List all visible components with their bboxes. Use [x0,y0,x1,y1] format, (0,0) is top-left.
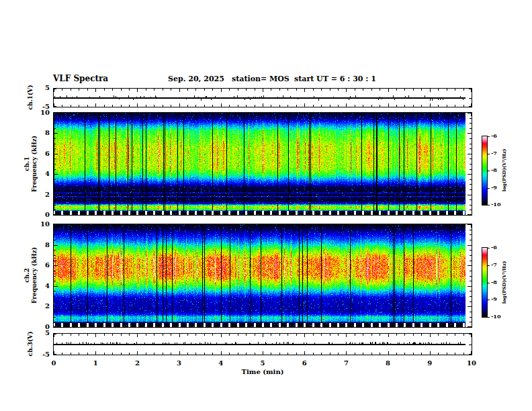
colorbar-tick-mark [487,248,490,248]
x-tick-label: 3 [171,359,187,367]
y-tick-label: 4 [35,170,50,177]
colorbar-tick-label: -6 [491,244,507,250]
y-tick-label: 2 [35,191,50,198]
vlf-spectra-figure: VLF Spectra Sep. 20, 2025 station= MOS s… [0,0,532,411]
x-tick-label: 5 [255,359,271,367]
y-axis-label-ch1-line2: Frequency (kHz) [31,110,38,218]
y-tick-label: 8 [35,241,50,248]
spectrogram-panel-ch2 [53,224,472,328]
x-axis-label: Time (min) [209,368,316,375]
y-axis-label-ch2-frequency: ch.2 Frequency (kHz) [24,222,38,329]
date-label: Sep. 20, 2025 [168,75,224,83]
x-tick-label: 9 [422,359,438,367]
colorbar-ch1-gradient [482,136,487,205]
spectrogram-panel-ch1 [53,112,472,216]
y-axis-label-ch1-frequency: ch.1 Frequency (kHz) [24,110,38,218]
colorbar-tick-mark [487,188,490,189]
y-tick-label: 10 [35,220,50,228]
colorbar-tick-mark [487,265,490,266]
colorbar-tick-label: -8 [491,167,507,173]
y-tick-label: 6 [35,261,50,269]
colorbar-tick-mark [487,283,490,283]
y-tick-label: -5 [35,103,50,110]
colorbar-tick-mark [487,317,490,318]
colorbar-tick-label: -8 [491,279,507,285]
colorbar-tick-label: -10 [491,314,507,320]
x-tick-label: 6 [296,359,312,367]
colorbar-tick-mark [487,300,490,300]
colorbar-tick-label: -9 [491,185,507,191]
x-tick-label: 10 [463,359,480,367]
waveform-panel-ch3 [53,333,472,355]
ch2-spectrogram-heatmap [54,224,472,327]
y-axis-label-ch3v: ch.3(V) [27,317,34,371]
x-tick-label: 2 [129,359,145,367]
x-tick-label: 7 [338,359,354,367]
x-tick-label: 0 [46,359,62,367]
y-tick-label: 5 [35,84,50,91]
colorbar-tick-label: -6 [491,133,507,139]
colorbar-tick-mark [487,154,490,154]
ch3-waveform-plot [54,334,472,355]
start-ut-label: start UT = 6 : 30 : 1 [294,75,376,83]
y-tick-label: -5 [35,351,50,358]
y-axis-label-ch2-line1: ch.2 [24,222,31,329]
colorbar-tick-label: -7 [491,150,507,156]
y-tick-label: 0 [35,211,50,218]
colorbar-tick-mark [487,205,490,205]
colorbar-tick-mark [487,136,490,137]
colorbar-tick-label: -10 [491,201,507,208]
x-tick-label: 4 [213,359,229,367]
y-tick-label: 5 [35,329,50,336]
colorbar-ch2-gradient [482,248,487,317]
station-label: station= MOS [232,75,290,83]
figure-title: VLF Spectra [53,74,108,83]
y-tick-label: 8 [35,129,50,136]
ch1-waveform-plot [54,89,472,107]
ch1-spectrogram-heatmap [54,113,472,215]
x-tick-label: 1 [87,359,103,367]
x-tick-label: 8 [380,359,396,367]
colorbar-tick-label: -7 [491,262,507,268]
y-tick-label: 4 [35,282,50,289]
y-axis-label-ch1-line1: ch.1 [24,110,31,218]
y-tick-label: 2 [35,302,50,310]
waveform-panel-ch1 [53,88,472,107]
colorbar-tick-label: -9 [491,296,507,302]
y-tick-label: 6 [35,150,50,157]
y-axis-label-ch2-line2: Frequency (kHz) [31,222,38,329]
colorbar-tick-mark [487,171,490,171]
